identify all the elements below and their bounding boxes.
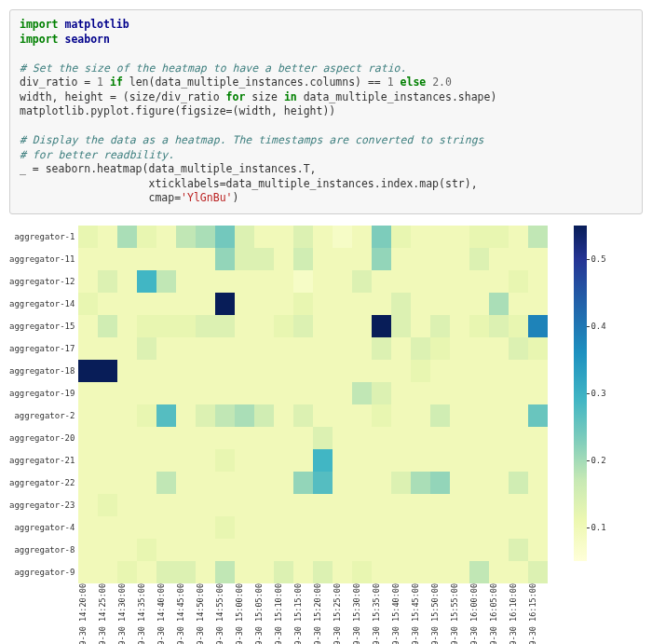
heatmap-cell — [78, 494, 98, 516]
heatmap-cell — [254, 494, 274, 516]
heatmap-cell — [333, 449, 352, 472]
heatmap-cell — [430, 248, 450, 270]
heatmap-cell — [352, 494, 372, 516]
heatmap-cell — [528, 561, 548, 583]
heatmap-cell — [450, 404, 469, 427]
x-tick-label: 2016-09-30 15:20:00 — [313, 583, 333, 644]
heatmap-cell — [509, 360, 528, 382]
heatmap-cell — [411, 472, 430, 494]
heatmap-cell — [117, 494, 137, 516]
y-tick-label: aggregator-14 — [9, 293, 75, 315]
heatmap-cell — [293, 516, 313, 539]
heatmap-cell — [411, 226, 430, 248]
x-tick-label: 2016-09-30 15:30:00 — [352, 583, 372, 644]
heatmap-cell — [430, 427, 450, 449]
heatmap-cell — [372, 315, 391, 337]
heatmap-cell — [528, 382, 548, 404]
heatmap-cell — [235, 270, 254, 293]
heatmap-cell — [137, 315, 156, 337]
heatmap-cell — [489, 494, 509, 516]
heatmap-cell — [469, 494, 489, 516]
heatmap-cell — [274, 472, 293, 494]
heatmap-cell — [430, 449, 450, 472]
num: 1 — [97, 75, 103, 89]
heatmap-cell — [137, 226, 156, 248]
kw-if: if — [103, 75, 129, 89]
heatmap-cell — [196, 494, 215, 516]
heatmap-cell — [391, 270, 411, 293]
heatmap-cell — [430, 539, 450, 561]
heatmap-cell — [509, 539, 528, 561]
y-tick-label: aggregator-15 — [9, 315, 75, 337]
heatmap-cell — [254, 270, 274, 293]
heatmap-cell — [98, 382, 117, 404]
heatmap-cell — [117, 427, 137, 449]
heatmap-cell — [98, 494, 117, 516]
y-tick-label: aggregator-19 — [9, 382, 75, 404]
heatmap-cell — [137, 561, 156, 583]
heatmap-cell — [489, 337, 509, 360]
heatmap-cell — [235, 472, 254, 494]
heatmap-cell — [313, 293, 333, 315]
heatmap-cell — [293, 561, 313, 583]
heatmap-cell — [274, 360, 293, 382]
heatmap-cell — [235, 494, 254, 516]
string: 'YlGnBu' — [181, 191, 232, 204]
heatmap-cell — [352, 382, 372, 404]
heatmap-cell — [411, 270, 430, 293]
heatmap-cell — [196, 226, 215, 248]
heatmap-cell — [450, 539, 469, 561]
colorbar: 0.10.20.30.40.5 — [574, 226, 615, 561]
heatmap-cell — [469, 516, 489, 539]
heatmap-cell — [215, 516, 235, 539]
heatmap-cell — [98, 337, 117, 360]
heatmap-cell — [176, 382, 196, 404]
heatmap-cell — [254, 516, 274, 539]
mod-matplotlib: matplotlib — [64, 18, 129, 31]
heatmap-cell — [98, 315, 117, 337]
heatmap-cell — [78, 226, 98, 248]
heatmap-cell — [215, 226, 235, 248]
code-text: data_multiple_instances.shape) — [297, 90, 497, 103]
heatmap-cell — [352, 539, 372, 561]
heatmap-cell — [528, 449, 548, 472]
heatmap-cell — [215, 404, 235, 427]
heatmap-cell — [137, 293, 156, 315]
code-cell: import matplotlib import seaborn # Set t… — [9, 9, 643, 214]
heatmap-figure: aggregator-1aggregator-11aggregator-12ag… — [9, 226, 643, 644]
heatmap-cell — [430, 472, 450, 494]
heatmap-cell — [254, 337, 274, 360]
heatmap-cell — [528, 539, 548, 561]
heatmap-cell — [509, 337, 528, 360]
heatmap-cell — [352, 315, 372, 337]
heatmap-cell — [391, 404, 411, 427]
mod-seaborn: seaborn — [64, 33, 109, 46]
heatmap-cell — [372, 516, 391, 539]
heatmap-cell — [78, 539, 98, 561]
heatmap-cell — [117, 337, 137, 360]
heatmap-cell — [156, 404, 176, 427]
heatmap-cell — [156, 516, 176, 539]
heatmap-cell — [254, 360, 274, 382]
heatmap-cell — [235, 404, 254, 427]
heatmap-cell — [313, 516, 333, 539]
heatmap-cell — [196, 516, 215, 539]
heatmap-cell — [469, 539, 489, 561]
heatmap-cell — [254, 427, 274, 449]
heatmap-cell — [196, 404, 215, 427]
x-tick-label: 2016-09-30 16:00:00 — [469, 583, 489, 644]
heatmap-cell — [78, 427, 98, 449]
heatmap-cell — [156, 226, 176, 248]
heatmap-cell — [528, 516, 548, 539]
heatmap-cell — [450, 248, 469, 270]
heatmap-cell — [411, 315, 430, 337]
heatmap-cell — [215, 494, 235, 516]
heatmap-cell — [98, 226, 117, 248]
heatmap-cell — [313, 226, 333, 248]
heatmap-cell — [196, 360, 215, 382]
heatmap-cell — [215, 539, 235, 561]
heatmap-cell — [528, 360, 548, 382]
heatmap-cell — [391, 561, 411, 583]
heatmap-cell — [137, 516, 156, 539]
heatmap-cell — [509, 293, 528, 315]
